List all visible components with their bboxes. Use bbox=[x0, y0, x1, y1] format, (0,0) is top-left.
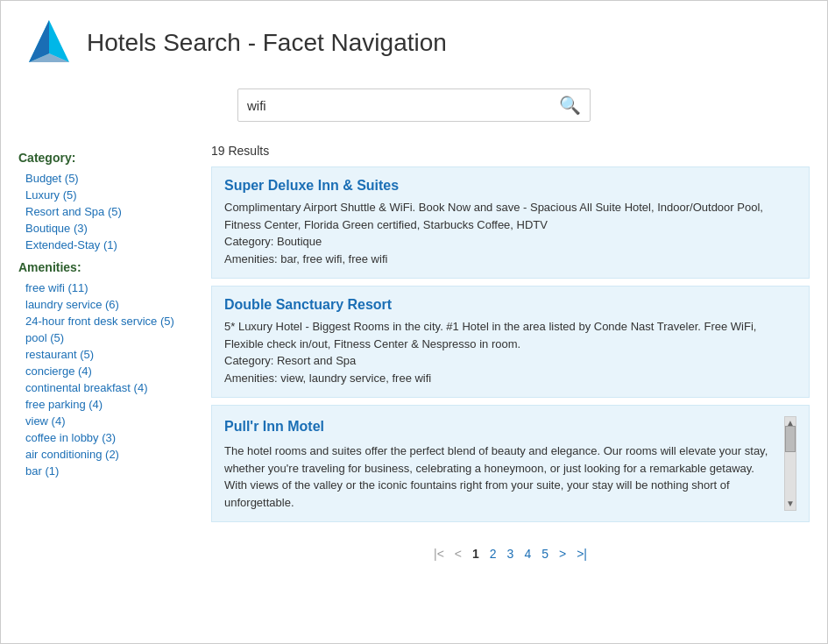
sidebar: Category: Budget (5) Luxury (5) Resort a… bbox=[1, 139, 202, 634]
main-content: Category: Budget (5) Luxury (5) Resort a… bbox=[1, 131, 827, 643]
sidebar-item-continental-breakfast[interactable]: continental breakfast (4) bbox=[18, 379, 185, 396]
sidebar-item-budget[interactable]: Budget (5) bbox=[18, 170, 185, 187]
sidebar-item-coffee-lobby[interactable]: coffee in lobby (3) bbox=[18, 429, 185, 446]
sidebar-item-luxury[interactable]: Luxury (5) bbox=[18, 187, 185, 203]
result-card-1: Super Deluxe Inn & Suites Complimentary … bbox=[211, 166, 810, 279]
search-bar: 🔍 bbox=[237, 88, 591, 122]
pagination-page-4[interactable]: 4 bbox=[524, 547, 531, 561]
sidebar-item-view[interactable]: view (4) bbox=[18, 413, 185, 429]
sidebar-item-concierge[interactable]: concierge (4) bbox=[18, 363, 185, 379]
scrollbar-thumb[interactable] bbox=[785, 426, 796, 452]
result-title-2[interactable]: Double Sanctuary Resort bbox=[224, 297, 796, 313]
search-icon[interactable]: 🔍 bbox=[559, 95, 581, 116]
sidebar-item-pool[interactable]: pool (5) bbox=[18, 329, 185, 346]
sidebar-item-air-conditioning[interactable]: air conditioning (2) bbox=[18, 446, 185, 463]
pagination-page-5[interactable]: 5 bbox=[541, 547, 548, 561]
sidebar-item-free-parking[interactable]: free parking (4) bbox=[18, 396, 185, 413]
scrollbar[interactable]: ▲ ▼ bbox=[784, 416, 796, 511]
results-count: 19 Results bbox=[211, 144, 810, 158]
sidebar-item-free-wifi[interactable]: free wifi (11) bbox=[18, 280, 185, 296]
pagination-page-1[interactable]: 1 bbox=[472, 547, 479, 561]
result-desc-3: The hotel rooms and suites offer the per… bbox=[224, 442, 777, 511]
sidebar-item-laundry-service[interactable]: laundry service (6) bbox=[18, 296, 185, 313]
header: Hotels Search - Facet Navigation bbox=[1, 1, 827, 80]
pagination-first[interactable]: |< bbox=[434, 547, 444, 561]
result-desc-2: 5* Luxury Hotel - Biggest Rooms in the c… bbox=[224, 318, 796, 386]
result-desc-1: Complimentary Airport Shuttle & WiFi. Bo… bbox=[224, 199, 796, 267]
results-panel: 19 Results Super Deluxe Inn & Suites Com… bbox=[202, 139, 827, 634]
result-title-3[interactable]: Pull'r Inn Motel bbox=[224, 416, 777, 437]
result-card-2: Double Sanctuary Resort 5* Luxury Hotel … bbox=[211, 286, 810, 398]
pagination: |< < 1 2 3 4 5 > >| bbox=[211, 538, 810, 570]
pagination-page-3[interactable]: 3 bbox=[507, 547, 514, 561]
sidebar-item-boutique[interactable]: Boutique (3) bbox=[18, 220, 185, 237]
search-input[interactable] bbox=[247, 98, 559, 113]
page-title: Hotels Search - Facet Navigation bbox=[87, 29, 447, 57]
sidebar-item-bar[interactable]: bar (1) bbox=[18, 463, 185, 479]
pagination-page-2[interactable]: 2 bbox=[490, 547, 497, 561]
sidebar-item-restaurant[interactable]: restaurant (5) bbox=[18, 346, 185, 363]
sidebar-item-resort-and-spa[interactable]: Resort and Spa (5) bbox=[18, 203, 185, 220]
result-card-3-content[interactable]: Pull'r Inn Motel The hotel rooms and sui… bbox=[224, 416, 781, 511]
sidebar-item-extended-stay[interactable]: Extended-Stay (1) bbox=[18, 237, 185, 253]
search-bar-container: 🔍 bbox=[1, 80, 827, 131]
amenities-section-title: Amenities: bbox=[18, 260, 185, 274]
pagination-next[interactable]: > bbox=[559, 547, 566, 561]
category-section-title: Category: bbox=[18, 151, 185, 165]
app-logo bbox=[27, 18, 71, 67]
pagination-last[interactable]: >| bbox=[577, 547, 587, 561]
scroll-down-arrow[interactable]: ▼ bbox=[785, 498, 796, 510]
sidebar-item-24hr-front-desk[interactable]: 24-hour front desk service (5) bbox=[18, 313, 185, 329]
pagination-prev[interactable]: < bbox=[455, 547, 462, 561]
result-card-3: Pull'r Inn Motel The hotel rooms and sui… bbox=[211, 405, 810, 522]
result-title-1[interactable]: Super Deluxe Inn & Suites bbox=[224, 178, 796, 194]
